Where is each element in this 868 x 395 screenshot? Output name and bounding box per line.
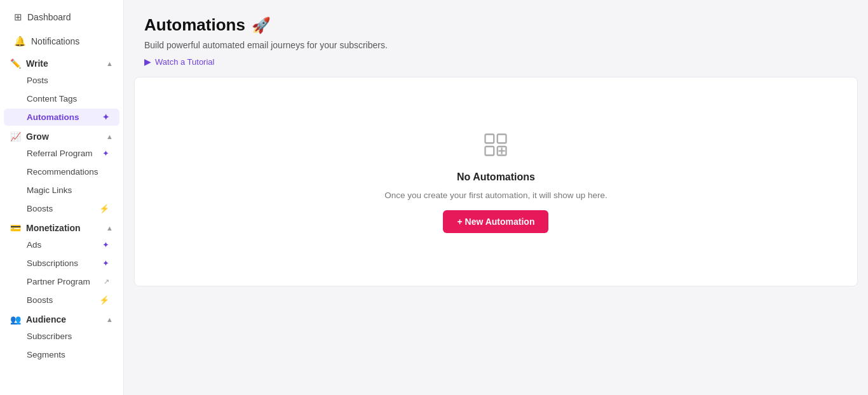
sidebar-section-monetization[interactable]: 💳 Monetization ▲ bbox=[0, 218, 123, 236]
monetization-icon: 💳 bbox=[10, 223, 21, 233]
audience-icon: 👥 bbox=[10, 314, 21, 325]
sidebar-section-write[interactable]: ✏️ Write ▲ bbox=[0, 53, 123, 71]
no-automations-icon bbox=[482, 131, 510, 161]
sidebar-item-recommendations[interactable]: Recommendations bbox=[4, 163, 119, 180]
page-header: Automations 🚀 Build powerful automated e… bbox=[124, 0, 868, 77]
pen-icon: ✏️ bbox=[10, 58, 21, 69]
sidebar-item-ads[interactable]: Ads ✦ bbox=[4, 236, 119, 253]
automations-panel: No Automations Once you create your firs… bbox=[134, 77, 858, 286]
sidebar-section-audience[interactable]: 👥 Audience ▲ bbox=[0, 309, 123, 327]
sidebar-item-monetization-boosts[interactable]: Boosts ⚡ bbox=[4, 291, 119, 309]
sidebar-item-referral-program[interactable]: Referral Program ✦ bbox=[4, 145, 119, 162]
chevron-write-icon: ▲ bbox=[106, 60, 113, 67]
sidebar-item-automations[interactable]: Automations ✦ bbox=[4, 109, 119, 126]
sidebar-item-subscriptions[interactable]: Subscriptions ✦ bbox=[4, 255, 119, 272]
play-icon: ▶ bbox=[144, 57, 151, 67]
bell-icon: 🔔 bbox=[14, 36, 26, 47]
page-subtitle: Build powerful automated email journeys … bbox=[144, 40, 848, 50]
ads-sparkle-icon: ✦ bbox=[102, 240, 109, 250]
empty-subtitle: Once you create your first automation, i… bbox=[384, 191, 607, 200]
sidebar-item-segments[interactable]: Segments bbox=[4, 346, 119, 363]
grow-bolt-icon: ⚡ bbox=[99, 204, 109, 213]
sidebar-item-dashboard[interactable]: ⊞ Dashboard bbox=[4, 6, 119, 28]
watch-tutorial-link[interactable]: ▶ Watch a Tutorial bbox=[144, 57, 848, 67]
rocket-emoji: 🚀 bbox=[252, 17, 271, 34]
svg-rect-0 bbox=[485, 134, 494, 143]
page-title: Automations bbox=[144, 15, 245, 35]
external-link-icon: ↗ bbox=[104, 278, 109, 286]
grow-icon: 📈 bbox=[10, 131, 21, 142]
sidebar-item-posts[interactable]: Posts bbox=[4, 72, 119, 89]
automations-sparkle-icon: ✦ bbox=[102, 112, 109, 122]
new-automation-button[interactable]: + New Automation bbox=[443, 210, 548, 233]
monetization-bolt-icon: ⚡ bbox=[99, 295, 109, 305]
sidebar-item-subscribers[interactable]: Subscribers bbox=[4, 328, 119, 345]
sidebar-item-content-tags[interactable]: Content Tags bbox=[4, 90, 119, 107]
svg-rect-2 bbox=[485, 146, 494, 155]
chevron-monetization-icon: ▲ bbox=[106, 224, 113, 232]
subscriptions-sparkle-icon: ✦ bbox=[102, 258, 109, 268]
chevron-grow-icon: ▲ bbox=[106, 133, 113, 140]
sidebar-item-notifications[interactable]: 🔔 Notifications bbox=[4, 30, 119, 52]
referral-sparkle-icon: ✦ bbox=[102, 149, 109, 158]
dashboard-icon: ⊞ bbox=[14, 11, 22, 23]
page-title-row: Automations 🚀 bbox=[144, 15, 848, 35]
sidebar-item-grow-boosts[interactable]: Boosts ⚡ bbox=[4, 200, 119, 217]
chevron-audience-icon: ▲ bbox=[106, 316, 113, 323]
sidebar-section-grow[interactable]: 📈 Grow ▲ bbox=[0, 126, 123, 144]
svg-rect-1 bbox=[498, 134, 506, 143]
empty-title: No Automations bbox=[457, 171, 535, 183]
sidebar-item-partner-program[interactable]: Partner Program ↗ bbox=[4, 273, 119, 290]
sidebar: ⊞ Dashboard 🔔 Notifications ✏️ Write ▲ P… bbox=[0, 0, 124, 395]
empty-state: No Automations Once you create your firs… bbox=[354, 100, 637, 264]
main-content: Automations 🚀 Build powerful automated e… bbox=[124, 0, 868, 395]
sidebar-item-magic-links[interactable]: Magic Links bbox=[4, 182, 119, 199]
